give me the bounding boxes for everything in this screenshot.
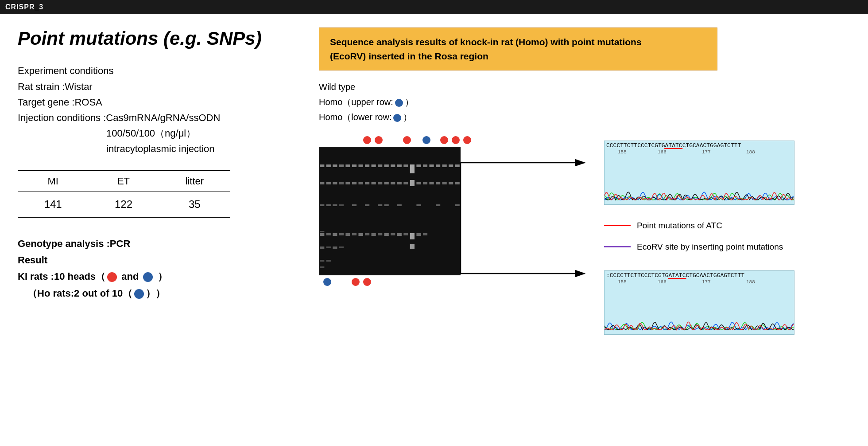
ki-rats-text: KI rats :10 heads（ and ） bbox=[18, 271, 167, 282]
main-content: Point mutations (e.g. SNPs) Experiment c… bbox=[0, 14, 868, 446]
top-dot-red-1 bbox=[363, 136, 371, 144]
red-legend-text: Point mutations of ATC bbox=[637, 216, 722, 235]
col-litter: litter bbox=[159, 171, 230, 192]
central-area: Point mutations of ATC EcoRV site by ins… bbox=[319, 136, 850, 335]
left-panel: Point mutations (e.g. SNPs) Experiment c… bbox=[18, 27, 310, 433]
blue-dot-lower bbox=[393, 114, 401, 122]
table-header-row: MI ET litter bbox=[18, 171, 230, 192]
top-dots-row bbox=[319, 136, 471, 144]
lower-seq-canvas bbox=[604, 270, 794, 334]
homo-upper-row: Homo（upper row:） bbox=[319, 94, 850, 110]
genotype-section: Genotype analysis :PCR Result KI rats :1… bbox=[18, 235, 301, 302]
genotype-analysis: Genotype analysis :PCR bbox=[18, 235, 301, 252]
upper-seq-canvas bbox=[604, 141, 794, 204]
exp-header: Experiment conditions bbox=[18, 63, 301, 78]
mutation-legend: Point mutations of ATC EcoRV site by ins… bbox=[604, 216, 794, 259]
orange-banner: Sequence analysis results of knock-in ra… bbox=[319, 27, 717, 70]
title-bar: CRISPR_3 bbox=[0, 0, 868, 14]
wild-type-label: Wild type bbox=[319, 79, 850, 94]
rat-strain: Rat strain :Wistar bbox=[18, 79, 301, 94]
top-dot-blue-1 bbox=[422, 136, 430, 144]
lower-seq-box bbox=[604, 270, 794, 335]
gel-and-dots bbox=[319, 136, 471, 286]
experiment-conditions: Experiment conditions Rat strain :Wistar… bbox=[18, 63, 301, 156]
red-dot-ki bbox=[107, 272, 117, 282]
top-dot-red-4 bbox=[440, 136, 448, 144]
result-label: Result bbox=[18, 252, 301, 268]
red-legend-line: Point mutations of ATC bbox=[604, 216, 794, 235]
target-gene: Target gene :ROSA bbox=[18, 94, 301, 110]
injection-label: Injection conditions :Cas9mRNA/gRNA/ssOD… bbox=[18, 110, 301, 125]
bottom-dot-blue-1 bbox=[323, 278, 331, 286]
col-mi: MI bbox=[18, 171, 88, 192]
genotype-analysis-label: Genotype analysis :PCR bbox=[18, 238, 130, 249]
red-line-icon bbox=[604, 225, 631, 226]
top-dot-red-2 bbox=[375, 136, 383, 144]
upper-seq-box bbox=[604, 141, 794, 205]
table-row: 141 122 35 bbox=[18, 192, 230, 217]
and-text: and bbox=[121, 271, 141, 282]
blue-legend-line: EcoRV site by inserting point mutations bbox=[604, 238, 794, 256]
right-panel: Sequence analysis results of knock-in ra… bbox=[310, 27, 850, 433]
ho-rats-text: （Ho rats:2 out of 10（）） bbox=[18, 288, 165, 299]
cell-mi: 141 bbox=[18, 192, 88, 217]
top-dot-red-6 bbox=[463, 136, 471, 144]
bottom-dot-red-2 bbox=[363, 278, 371, 286]
injection-details: 100/50/100（ng/μl） bbox=[18, 125, 301, 141]
gel-canvas bbox=[319, 147, 461, 275]
data-table: MI ET litter 141 122 35 bbox=[18, 170, 230, 218]
result-text: Result bbox=[18, 254, 47, 266]
top-dot-red-3 bbox=[403, 136, 411, 144]
legend-section: Wild type Homo（upper row:） Homo（lower ro… bbox=[319, 79, 850, 125]
homo-lower-row: Homo（lower row:） bbox=[319, 110, 850, 125]
title-label: CRISPR_3 bbox=[5, 3, 43, 11]
blue-dot-upper bbox=[395, 99, 403, 107]
ho-rats-line: （Ho rats:2 out of 10（）） bbox=[18, 285, 301, 301]
page-title: Point mutations (e.g. SNPs) bbox=[18, 27, 301, 50]
blue-line-icon bbox=[604, 246, 631, 247]
cell-et: 122 bbox=[88, 192, 159, 217]
bottom-dots-row bbox=[319, 278, 471, 286]
bottom-dot-red-1 bbox=[352, 278, 360, 286]
top-dot-red-5 bbox=[452, 136, 460, 144]
blue-dot-ki bbox=[143, 272, 153, 282]
cell-litter: 35 bbox=[159, 192, 230, 217]
blue-legend-text: EcoRV site by inserting point mutations bbox=[637, 238, 783, 256]
blue-dot-ho bbox=[134, 289, 144, 299]
banner-text: Sequence analysis results of knock-in ra… bbox=[330, 37, 642, 61]
injection-method: intracytoplasmic injection bbox=[18, 141, 301, 156]
ki-rats-line: KI rats :10 heads（ and ） bbox=[18, 268, 301, 285]
col-et: ET bbox=[88, 171, 159, 192]
seq-images-col: Point mutations of ATC EcoRV site by ins… bbox=[604, 141, 794, 335]
